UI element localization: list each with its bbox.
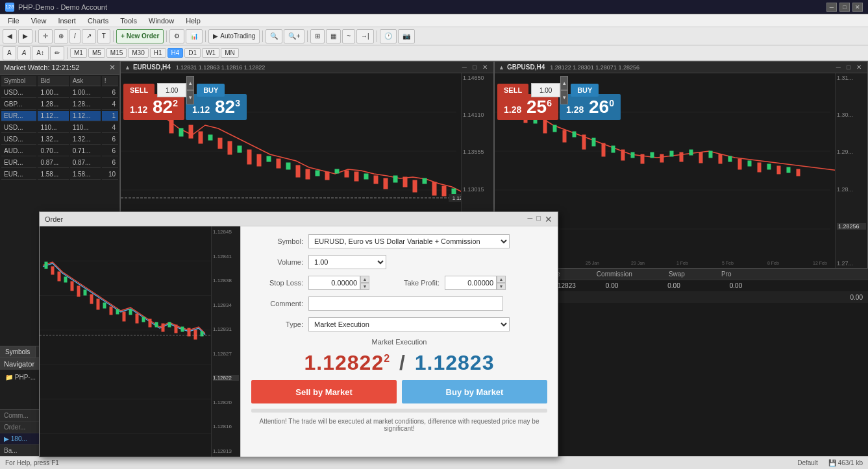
zoom-chart-btn[interactable]: 🔍+ xyxy=(284,29,304,43)
dialog-restore-btn[interactable]: □ xyxy=(536,214,541,224)
forward-btn[interactable]: ▶ xyxy=(18,29,32,43)
svg-rect-149 xyxy=(97,299,99,309)
eurusd-buy-btn[interactable]: BUY xyxy=(197,84,225,97)
list-item[interactable]: USD... 110... 110... 4 xyxy=(1,123,118,133)
comment-input[interactable] xyxy=(308,296,503,311)
screenshot-btn[interactable]: 📷 xyxy=(398,29,415,43)
period-h1[interactable]: H1 xyxy=(150,48,166,58)
gbpusd-close-btn[interactable]: ✕ xyxy=(854,64,863,71)
chart-gbpusd-symbol: GBPUSD,H4 xyxy=(507,64,545,71)
vol-up-btn[interactable]: ▲ xyxy=(186,76,194,90)
list-item[interactable]: AUD... 0.70... 0.71... 6 xyxy=(1,146,118,156)
sub-toolbar: A A A↕ ✏ M1 M5 M15 M30 H1 H4 D1 W1 MN xyxy=(0,45,868,61)
strategy-btn[interactable]: 📊 xyxy=(186,29,203,43)
zoom-in-btn[interactable]: ⊕ xyxy=(54,29,68,43)
gbpusd-vol-up[interactable]: ▲ xyxy=(560,76,568,90)
trade-total: 0.00 xyxy=(850,294,863,301)
menu-view[interactable]: View xyxy=(26,16,52,26)
list-item[interactable]: EUR... 0.87... 0.87... 6 xyxy=(1,158,118,168)
volume-select[interactable]: 1.00 xyxy=(308,255,386,269)
sl-down-btn[interactable]: ▼ xyxy=(360,283,369,290)
mw-col-bid: Bid xyxy=(38,76,68,86)
dialog-minimize-btn[interactable]: ─ xyxy=(528,214,533,224)
svg-rect-70 xyxy=(631,152,634,158)
draw-btn[interactable]: ✏ xyxy=(50,46,64,60)
sl-spin-btns: ▲ ▼ xyxy=(360,276,369,290)
order-dialog: Order ─ □ ✕ EURUSD xyxy=(39,211,558,457)
indicator-btn[interactable]: ~ xyxy=(342,29,355,43)
svg-rect-29 xyxy=(364,174,368,179)
period-m5[interactable]: M5 xyxy=(88,48,105,58)
line-btn[interactable]: / xyxy=(69,29,81,43)
gbpusd-buy-btn[interactable]: BUY xyxy=(571,84,599,97)
text-btn[interactable]: T xyxy=(97,29,110,43)
stop-loss-input[interactable] xyxy=(308,276,360,290)
menu-tools[interactable]: Tools xyxy=(115,16,142,26)
chart-restore-btn[interactable]: □ xyxy=(471,64,478,71)
symbol-select[interactable]: EURUSD, Euro vs US Dollar Variable + Com… xyxy=(308,234,510,248)
zoom-out-btn[interactable]: 🔍 xyxy=(266,29,282,43)
list-item[interactable]: USD... 1.00... 1.00... 6 xyxy=(1,88,118,98)
sl-up-btn[interactable]: ▲ xyxy=(360,276,369,283)
eurusd-vol-input[interactable] xyxy=(157,83,186,97)
maximize-btn[interactable]: □ xyxy=(839,3,850,12)
comment-label: Comment: xyxy=(251,300,303,307)
tp-up-btn[interactable]: ▲ xyxy=(497,276,506,283)
svg-rect-155 xyxy=(136,314,138,323)
gbpusd-max-btn[interactable]: □ xyxy=(845,64,852,71)
period-m1[interactable]: M1 xyxy=(70,48,87,58)
font-italic-btn[interactable]: A xyxy=(18,46,31,60)
type-select[interactable]: Market Execution xyxy=(308,317,510,331)
svg-rect-72 xyxy=(651,152,654,158)
period-h4[interactable]: H4 xyxy=(167,48,184,58)
font-btn[interactable]: A xyxy=(3,46,16,60)
crosshair-btn[interactable]: ✛ xyxy=(38,29,53,43)
period-m30[interactable]: M30 xyxy=(128,48,148,58)
market-watch-close[interactable]: ✕ xyxy=(109,63,116,72)
menu-window[interactable]: Window xyxy=(143,16,179,26)
period-d1[interactable]: D1 xyxy=(184,48,201,58)
trade-pro: 0.00 xyxy=(730,282,742,289)
mw-col-symbol: Symbol xyxy=(1,76,36,86)
dialog-close-btn[interactable]: ✕ xyxy=(545,214,552,224)
list-item[interactable]: EUR... 1.58... 1.58... 10 xyxy=(1,169,118,180)
close-btn[interactable]: ✕ xyxy=(852,3,863,12)
text-size-btn[interactable]: A↕ xyxy=(32,46,49,60)
new-order-btn[interactable]: + New Order xyxy=(116,29,164,43)
take-profit-input[interactable] xyxy=(445,276,497,290)
vol-btn[interactable]: ▦ xyxy=(326,29,341,43)
gbpusd-vol-down[interactable]: ▼ xyxy=(560,90,568,104)
gbpusd-sell-btn[interactable]: SELL xyxy=(497,84,528,97)
clock-btn[interactable]: 🕐 xyxy=(380,29,397,43)
menu-insert[interactable]: Insert xyxy=(53,16,81,26)
gbpusd-min-btn[interactable]: ─ xyxy=(834,64,843,71)
period-mn[interactable]: MN xyxy=(221,48,239,58)
list-item[interactable]: USD... 1.32... 1.32... 6 xyxy=(1,134,118,145)
list-item[interactable]: GBP... 1.28... 1.28... 4 xyxy=(1,99,118,110)
chart-gbpusd-titlebar: ▲ GBPUSD,H4 1.28122 1.28301 1.28071 1.28… xyxy=(495,62,867,73)
gbpusd-vol-input[interactable] xyxy=(531,83,560,97)
tab-symbols[interactable]: Symbols xyxy=(0,346,36,357)
chart-close-btn[interactable]: ✕ xyxy=(480,64,490,71)
svg-rect-69 xyxy=(621,150,625,160)
arrow-btn[interactable]: ↗ xyxy=(82,29,96,43)
buy-market-btn[interactable]: Buy by Market xyxy=(402,380,547,403)
eurusd-sell-btn[interactable]: SELL xyxy=(123,84,155,97)
minimize-btn[interactable]: ─ xyxy=(826,3,837,12)
period-w1[interactable]: W1 xyxy=(202,48,219,58)
chart-shift-btn[interactable]: →| xyxy=(356,29,374,43)
period-m15[interactable]: M15 xyxy=(106,48,127,58)
grid-btn[interactable]: ⊞ xyxy=(310,29,325,43)
tp-down-btn[interactable]: ▼ xyxy=(497,283,506,290)
list-item-eurusd[interactable]: EUR... 1.12... 1.12... 1 xyxy=(1,111,118,121)
svg-rect-87 xyxy=(797,169,800,176)
vol-down-btn[interactable]: ▼ xyxy=(186,90,194,104)
menu-file[interactable]: File xyxy=(3,16,25,26)
auto-trading-btn[interactable]: ▶ AutoTrading xyxy=(208,29,260,43)
back-btn[interactable]: ◀ xyxy=(3,29,17,43)
menu-charts[interactable]: Charts xyxy=(82,16,114,26)
menu-help[interactable]: Help xyxy=(180,16,206,26)
expert-btn[interactable]: ⚙ xyxy=(169,29,184,43)
chart-minimize-btn[interactable]: ─ xyxy=(460,64,469,71)
sell-market-btn[interactable]: Sell by Market xyxy=(251,380,397,403)
